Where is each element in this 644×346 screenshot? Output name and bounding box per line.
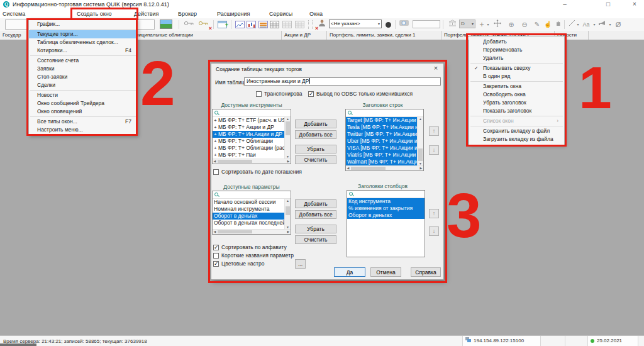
line-tool-icon[interactable] bbox=[568, 20, 575, 30]
chevron-down-icon[interactable]: ▾ bbox=[608, 20, 613, 30]
menu-item[interactable]: Добавить bbox=[469, 38, 564, 46]
menu-item[interactable]: Котировки...F4 bbox=[29, 47, 137, 55]
menubar-item[interactable]: Система bbox=[3, 9, 25, 18]
close-button[interactable]: × bbox=[627, 0, 642, 9]
minimize-button[interactable]: – bbox=[557, 0, 572, 9]
dialog-button[interactable]: Добавить bbox=[295, 120, 336, 128]
new-window-icon[interactable]: + bbox=[218, 21, 227, 28]
menu-item[interactable]: Стоп-заявки bbox=[29, 73, 137, 81]
pointer-finger-icon[interactable]: ☝ bbox=[543, 20, 552, 30]
table-remove-icon[interactable] bbox=[295, 21, 304, 28]
menu-item[interactable]: Загрузить вкладку из файла bbox=[469, 135, 564, 143]
dialog-button[interactable]: Добавить bbox=[295, 199, 336, 208]
zoom-out-icon[interactable]: ⊖ bbox=[520, 20, 529, 30]
vertical-scrollbar[interactable]: ▲ ▼ bbox=[284, 199, 291, 229]
list-item[interactable]: VISA [МБ ФР: Т+ Ин.Акции и Д bbox=[346, 145, 418, 152]
chevron-down-icon[interactable]: ▾ bbox=[486, 20, 491, 30]
dialog-button[interactable]: Добавить все bbox=[295, 130, 336, 139]
vertical-scrollbar[interactable]: ▲ ▼ bbox=[417, 117, 423, 165]
move-column-up-button[interactable]: ↑ bbox=[429, 209, 439, 218]
menubar-item[interactable]: Брокер bbox=[178, 9, 197, 18]
scroll-down-icon[interactable]: ▼ bbox=[285, 155, 291, 159]
scrollbar-thumb[interactable] bbox=[418, 148, 423, 161]
menu-item[interactable]: Текущие торги... bbox=[29, 30, 137, 38]
sort-by-maturity-checkbox[interactable]: Сортировать по дате погашения bbox=[213, 169, 302, 175]
horizontal-scrollbar[interactable]: ◀ ▶ bbox=[213, 229, 291, 234]
alert-horn-icon[interactable] bbox=[597, 20, 607, 30]
list-item[interactable]: Оборот в деньгах bbox=[213, 213, 285, 220]
scroll-down-icon[interactable]: ▼ bbox=[285, 225, 291, 229]
menu-item[interactable]: Переименовать bbox=[469, 46, 564, 54]
tree-expand-icon[interactable]: + bbox=[214, 145, 218, 152]
list-item[interactable]: +МБ ФР: Т+ ETF (расч. в USD) bbox=[213, 117, 285, 124]
list-item[interactable]: Начало основной сессии bbox=[213, 199, 285, 206]
hide-eye-icon[interactable]: Ø bbox=[614, 20, 623, 30]
text-tool-icon[interactable]: Aa bbox=[581, 20, 591, 30]
menu-item[interactable]: Окно оповещений bbox=[29, 108, 137, 116]
toolbar-search-input[interactable] bbox=[413, 20, 440, 28]
list-item[interactable]: +МБ ФР: Т+ Паи bbox=[213, 152, 285, 159]
zoom-in-icon[interactable]: ⊕ bbox=[507, 20, 516, 30]
scroll-down-icon[interactable]: ▼ bbox=[418, 162, 423, 165]
odbc-checkbox[interactable]: ✓ Вывод по ODBC только изменившихся bbox=[308, 91, 413, 97]
hand-tool-icon[interactable] bbox=[553, 20, 562, 30]
list-item[interactable]: % изменения от закрытия bbox=[347, 205, 425, 212]
table-search-icon[interactable] bbox=[282, 21, 292, 28]
list-item[interactable]: Оборот в деньгах bbox=[347, 212, 425, 219]
dialog-button[interactable]: Добавить все bbox=[295, 210, 336, 219]
scroll-left-icon[interactable]: ◀ bbox=[213, 159, 217, 164]
list-item[interactable]: Tesla [МБ ФР: Т+ Ин.Акции и Д bbox=[346, 124, 418, 131]
add-chart-icon[interactable]: + bbox=[478, 20, 486, 30]
menu-item[interactable]: Новости bbox=[29, 91, 137, 99]
scroll-up-icon[interactable]: ▲ bbox=[285, 199, 291, 203]
scroll-up-icon[interactable]: ▲ bbox=[285, 117, 291, 121]
exchange-building-icon[interactable] bbox=[448, 20, 457, 30]
list-item[interactable]: Viatris [МБ ФР: Т+ Ин.Акции и bbox=[346, 152, 418, 159]
menubar-item[interactable]: Окна bbox=[309, 9, 323, 18]
dialog-button[interactable]: Убрать bbox=[295, 145, 336, 153]
list-item[interactable]: Target [МБ ФР: Т+ Ин.Акции и bbox=[346, 117, 418, 124]
menu-item[interactable]: Все типы окон...F7 bbox=[29, 118, 137, 126]
list-item[interactable]: Twitter [МБ ФР: Т+ Ин.Акции и bbox=[346, 131, 418, 138]
menu-item[interactable]: Сохранить вкладку в файл bbox=[469, 127, 564, 135]
help-button[interactable]: Справка bbox=[411, 267, 441, 277]
dialog-button[interactable]: Очистить bbox=[295, 155, 336, 164]
scroll-left-icon[interactable]: ◀ bbox=[213, 230, 217, 234]
dialog-button[interactable]: Очистить bbox=[295, 235, 336, 244]
list-item[interactable]: +МБ ФР: Т+ Облигации bbox=[213, 138, 285, 145]
tree-expand-icon[interactable]: + bbox=[214, 117, 218, 124]
dialog-button[interactable]: Убрать bbox=[295, 225, 336, 233]
list-item[interactable]: +МБ ФР: Т+ Ин.Акции и ДР bbox=[213, 131, 285, 138]
menu-item[interactable]: Удалить bbox=[469, 54, 564, 62]
menu-item[interactable]: ✓Показывать сверху bbox=[469, 64, 564, 72]
tree-expand-icon[interactable]: + bbox=[214, 152, 218, 159]
menu-item[interactable]: В один ряд bbox=[469, 72, 564, 81]
list-item[interactable]: +МБ ФР: Т+ Облигации (расч bbox=[213, 145, 285, 152]
menu-item[interactable]: Окно сообщений Трейдера bbox=[29, 99, 137, 108]
menu-item[interactable]: Убрать заголовок bbox=[469, 99, 564, 107]
move-row-down-button[interactable]: ↓ bbox=[429, 145, 439, 155]
menu-item[interactable]: Сделки bbox=[29, 81, 137, 89]
list-item[interactable]: Оборот в деньгах последней bbox=[213, 220, 285, 226]
scrollbar-thumb[interactable] bbox=[218, 160, 252, 163]
horizontal-scrollbar[interactable]: ◀ ▶ bbox=[213, 159, 291, 164]
menu-item[interactable]: Таблица обезличенных сделок... bbox=[29, 38, 137, 47]
menu-item[interactable]: Состояние счета bbox=[29, 57, 137, 65]
tree-expand-icon[interactable]: + bbox=[214, 131, 218, 138]
scroll-right-icon[interactable]: ▶ bbox=[286, 159, 291, 164]
list-search-input[interactable] bbox=[213, 109, 291, 117]
menubar-item[interactable]: Создать окно bbox=[77, 9, 112, 18]
cancel-button[interactable]: Отмена bbox=[370, 267, 401, 277]
key-icon[interactable] bbox=[183, 20, 196, 30]
menubar-item[interactable]: Действия bbox=[134, 9, 158, 18]
list-item[interactable]: Uber [МБ ФР: Т+ Ин.Акции и Д bbox=[346, 138, 418, 145]
toolbar-grip[interactable] bbox=[308, 20, 310, 29]
table-name-input[interactable]: Иностранные акции и ДР bbox=[244, 77, 441, 86]
color-settings-checkbox[interactable]: ✓ Цветовые настро bbox=[213, 260, 264, 267]
menubar-item[interactable]: Сервисы bbox=[269, 9, 292, 18]
menu-item[interactable]: График... bbox=[29, 20, 137, 28]
sort-alphabet-checkbox[interactable]: ✓ Сортировать по алфавиту bbox=[213, 244, 287, 250]
horizontal-scrollbar[interactable]: ◀ ▶ bbox=[346, 165, 423, 170]
list-item[interactable]: +МБ ФР: Т+ Акции и ДР bbox=[213, 124, 285, 131]
interval-combobox[interactable]: D ▾ bbox=[459, 20, 475, 28]
